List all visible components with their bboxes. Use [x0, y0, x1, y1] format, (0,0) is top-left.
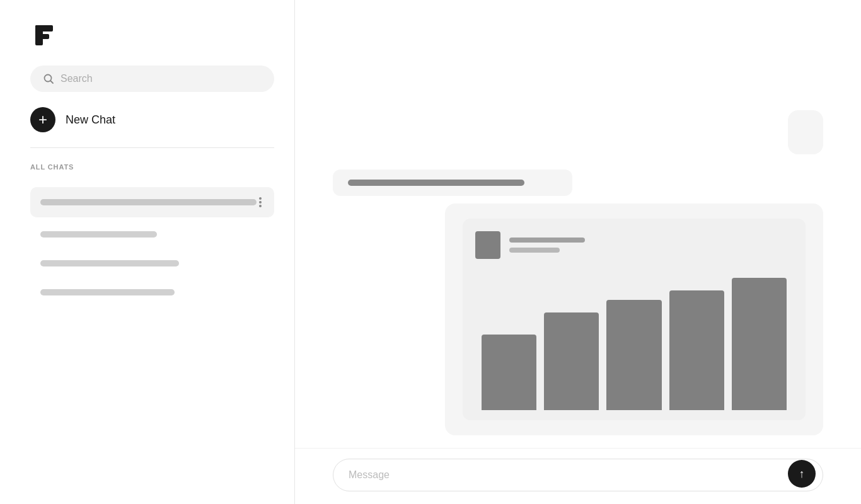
search-placeholder: Search: [61, 73, 93, 84]
all-chats-section: ALL CHATS: [0, 148, 294, 182]
chart-bar: [544, 312, 599, 410]
sidebar: Search + New Chat ALL CHATS: [0, 0, 295, 504]
new-chat-area: + New Chat: [0, 102, 294, 147]
dot: [259, 201, 262, 203]
svg-line-4: [51, 81, 54, 84]
main-content: Message ↑: [295, 0, 861, 504]
search-container: Search: [0, 66, 294, 102]
plus-icon: +: [30, 107, 55, 132]
more-options-button[interactable]: [257, 197, 264, 207]
chart-title-bar: [348, 180, 524, 186]
app-logo: [30, 20, 61, 50]
chart-thumbnail: [475, 231, 500, 259]
search-icon: [43, 73, 54, 84]
logo-area: [0, 0, 294, 66]
chat-title-bar: [40, 289, 175, 295]
chart-card: [445, 203, 823, 435]
chat-messages: [295, 0, 861, 448]
chat-title-bar: [40, 260, 179, 266]
chart-header: [475, 231, 793, 259]
ai-message-bubble: [788, 110, 823, 154]
list-item[interactable]: [30, 187, 274, 217]
chart-section: [333, 169, 823, 435]
svg-rect-1: [35, 25, 53, 32]
chart-bar: [732, 278, 787, 410]
chat-list: [0, 182, 294, 307]
send-button[interactable]: ↑: [788, 460, 816, 488]
chart-bar: [482, 335, 536, 410]
list-item[interactable]: [30, 220, 274, 249]
chart-header-lines: [509, 238, 585, 253]
svg-point-3: [45, 75, 52, 82]
chart-bar: [606, 300, 661, 410]
list-item[interactable]: [30, 278, 274, 307]
dot: [259, 205, 262, 207]
message-input-area: Message ↑: [295, 448, 861, 504]
search-bar[interactable]: Search: [30, 66, 274, 92]
message-placeholder: Message: [349, 469, 390, 481]
chart-header-line: [509, 248, 560, 253]
send-icon: ↑: [799, 467, 805, 481]
new-chat-label: New Chat: [66, 113, 115, 127]
chart-inner: [463, 219, 806, 420]
list-item[interactable]: [30, 249, 274, 278]
chat-title-bar: [40, 231, 157, 238]
bar-chart: [475, 272, 793, 410]
all-chats-label: ALL CHATS: [30, 163, 74, 171]
dot: [259, 197, 262, 200]
chart-header-line: [509, 238, 585, 243]
chat-title-bar: [40, 199, 257, 205]
message-input-wrap[interactable]: Message: [333, 459, 823, 491]
new-chat-button[interactable]: + New Chat: [30, 107, 115, 132]
svg-rect-2: [35, 34, 49, 39]
chart-bar: [669, 290, 724, 410]
chart-title-container: [333, 169, 572, 196]
